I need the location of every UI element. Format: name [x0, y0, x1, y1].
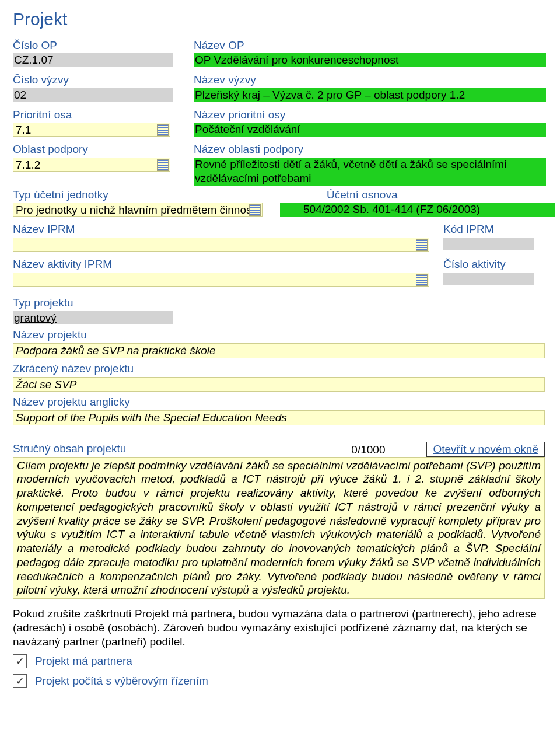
picker-prioritni-osa[interactable]: 7.1	[13, 123, 170, 137]
picker-typ-ucetni-jednotky[interactable]: Pro jednotky u nichž hlavním předmětem č…	[13, 203, 262, 217]
picker-oblast-podpory[interactable]: 7.1.2	[13, 158, 170, 172]
label-nazev-projektu-en: Název projektu anglicky	[13, 395, 547, 409]
label-oblast-podpory: Oblast podpory	[13, 142, 170, 156]
value-oblast-podpory: 7.1.2	[16, 159, 40, 171]
value-nazev-op: OP Vzdělávání pro konkurenceschopnost	[194, 53, 546, 67]
label-nazev-iprm: Název IPRM	[13, 222, 429, 236]
input-nazev-projektu-en[interactable]: Support of the Pupils with the Special E…	[13, 410, 545, 425]
label-kod-iprm: Kód IPRM	[443, 222, 532, 236]
picker-icon	[416, 274, 428, 286]
label-zkraceny-nazev: Zkrácený název projektu	[13, 362, 547, 376]
picker-icon	[157, 159, 169, 171]
textarea-strucny-obsah[interactable]: Cílem projektu je zlepšit podmínky vzděl…	[13, 457, 545, 599]
value-prioritni-osa: 7.1	[16, 124, 31, 136]
label-nazev-oblasti-podpory: Název oblasti podpory	[194, 142, 547, 156]
label-typ-ucetni-jednotky: Typ účetní jednotky	[13, 188, 262, 202]
label-prioritni-osa: Prioritní osa	[13, 108, 170, 122]
checkbox-vyberove-rizeni[interactable]: ✓	[13, 674, 27, 688]
value-cislo-vyzvy: 02	[13, 88, 173, 102]
input-zkraceny-nazev[interactable]: Žáci se SVP	[13, 377, 545, 392]
label-nazev-projektu: Název projektu	[13, 328, 547, 342]
label-projekt-ma-partnera: Projekt má partnera	[35, 654, 132, 668]
picker-nazev-iprm[interactable]	[13, 238, 429, 252]
label-cislo-op: Číslo OP	[13, 39, 170, 53]
label-typ-projektu: Typ projektu	[13, 296, 547, 310]
picker-icon	[157, 124, 169, 136]
picker-icon	[249, 204, 261, 216]
char-counter: 0/1000	[333, 443, 403, 457]
input-nazev-projektu[interactable]: Podpora žáků se SVP na praktické škole	[13, 343, 545, 358]
picker-nazev-aktivity-iprm[interactable]	[13, 273, 429, 287]
value-kod-iprm	[443, 238, 534, 250]
label-nazev-aktivity-iprm: Název aktivity IPRM	[13, 257, 429, 271]
value-nazev-prioritni-osy: Počáteční vzdělávání	[194, 123, 546, 137]
label-nazev-op: Název OP	[194, 39, 547, 53]
open-new-window-link[interactable]: Otevřít v novém okně	[433, 443, 538, 455]
value-typ-ucetni-jednotky: Pro jednotky u nichž hlavním předmětem č…	[16, 204, 257, 216]
label-strucny-obsah: Stručný obsah projektu	[13, 442, 310, 456]
check-icon: ✓	[16, 656, 24, 666]
label-cislo-vyzvy: Číslo výzvy	[13, 73, 170, 87]
value-nazev-oblasti-podpory: Rovné příležitosti dětí a žáků, včetně d…	[194, 158, 546, 186]
label-ucetni-osnova: Účetní osnova	[280, 188, 531, 202]
picker-icon	[416, 239, 428, 251]
value-ucetni-osnova: 504/2002 Sb. 401-414 (FZ 06/2003)	[280, 203, 555, 217]
label-nazev-prioritni-osy: Název prioritní osy	[194, 108, 547, 122]
value-nazev-vyzvy: Plzeňský kraj – Výzva č. 2 pro GP – obla…	[194, 88, 546, 102]
value-typ-projektu: grantový	[13, 311, 173, 325]
value-cislo-aktivity	[443, 273, 534, 285]
label-vyberove-rizeni: Projekt počítá s výběrovým řízením	[35, 674, 208, 688]
check-icon: ✓	[16, 676, 24, 686]
value-cislo-op: CZ.1.07	[13, 53, 173, 67]
page-title: Projekt	[13, 8, 547, 30]
partner-warning-note: Pokud zrušíte zaškrtnutí Projekt má part…	[13, 607, 547, 648]
checkbox-projekt-ma-partnera[interactable]: ✓	[13, 654, 27, 668]
label-nazev-vyzvy: Název výzvy	[194, 73, 547, 87]
label-cislo-aktivity: Číslo aktivity	[443, 257, 532, 271]
